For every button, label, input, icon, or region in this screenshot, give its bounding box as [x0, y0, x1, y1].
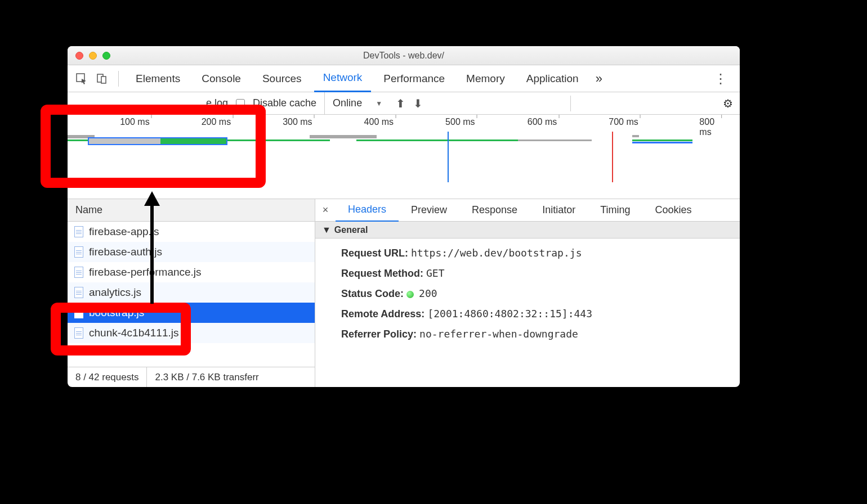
- section-title: General: [334, 225, 368, 235]
- kv-key: Remote Address:: [341, 308, 424, 320]
- kv-value: https://web.dev/bootstrap.js: [411, 247, 582, 259]
- tabs-overflow-button[interactable]: »: [591, 71, 607, 86]
- inspect-icon[interactable]: [73, 70, 90, 87]
- window-title: DevTools - web.dev/: [68, 51, 740, 61]
- tab-network[interactable]: Network: [314, 65, 372, 92]
- annotation-highlight-selected-row: [51, 303, 191, 356]
- tab-performance[interactable]: Performance: [374, 65, 454, 92]
- kv-key: Request URL:: [341, 248, 408, 259]
- tab-elements[interactable]: Elements: [127, 65, 189, 92]
- detail-tab-preview[interactable]: Preview: [399, 199, 459, 222]
- kv-key: Status Code:: [341, 288, 404, 299]
- throttle-select[interactable]: Online ▼: [324, 92, 388, 114]
- tab-memory[interactable]: Memory: [457, 65, 514, 92]
- chevron-down-icon: ▼: [376, 100, 382, 107]
- detail-tab-timing[interactable]: Timing: [588, 199, 642, 222]
- tab-application[interactable]: Application: [517, 65, 588, 92]
- request-row[interactable]: firebase-app.js: [68, 222, 315, 242]
- kv-row: Request URL: https://web.dev/bootstrap.j…: [341, 243, 740, 263]
- kv-value: 200: [419, 287, 437, 299]
- script-file-icon: [74, 246, 83, 258]
- tick: 800 ms: [699, 117, 719, 137]
- annotation-highlight-timeline: [41, 105, 266, 188]
- script-file-icon: [74, 287, 83, 298]
- tick: 300 ms: [283, 117, 312, 127]
- kv-row: Status Code: 200: [341, 284, 740, 304]
- tick: 500 ms: [445, 117, 475, 127]
- gear-icon[interactable]: ⚙: [723, 97, 733, 110]
- general-section-header[interactable]: ▼ General: [315, 222, 740, 238]
- tick: 400 ms: [364, 117, 394, 127]
- load-marker: [612, 132, 613, 182]
- status-bar: 8 / 42 requests 2.3 KB / 7.6 KB transfer…: [68, 367, 315, 387]
- device-toggle-icon[interactable]: [93, 70, 110, 87]
- svg-rect-2: [101, 76, 106, 83]
- request-row[interactable]: analytics.js: [68, 282, 315, 303]
- kv-row: Referrer Policy: no-referrer-when-downgr…: [341, 324, 740, 344]
- script-file-icon: [74, 226, 83, 237]
- status-dot-icon: [406, 291, 414, 298]
- throttle-value: Online: [333, 97, 362, 109]
- transfer-size: 2.3 KB / 7.6 KB transferr: [147, 367, 266, 387]
- request-count: 8 / 42 requests: [68, 367, 147, 387]
- separator: [118, 71, 119, 87]
- svg-marker-4: [144, 191, 160, 206]
- separator: [570, 96, 571, 111]
- kv-row: Remote Address: [2001:4860:4802:32::15]:…: [341, 304, 740, 324]
- request-row[interactable]: firebase-auth.js: [68, 242, 315, 262]
- detail-tab-initiator[interactable]: Initiator: [530, 199, 588, 222]
- tick: 700 ms: [609, 117, 638, 127]
- disclosure-triangle-icon: ▼: [322, 225, 331, 235]
- request-name: analytics.js: [89, 286, 141, 299]
- general-section-body: Request URL: https://web.dev/bootstrap.j…: [315, 238, 740, 349]
- upload-har-icon[interactable]: ⬆: [396, 97, 405, 110]
- kv-value: [2001:4860:4802:32::15]:443: [427, 308, 592, 320]
- column-header-name[interactable]: Name: [68, 199, 315, 222]
- detail-tabs: × Headers Preview Response Initiator Tim…: [315, 199, 740, 222]
- kv-key: Request Method:: [341, 268, 423, 279]
- kv-value: no-referrer-when-downgrade: [419, 328, 578, 340]
- panel-tabs: Elements Console Sources Network Perform…: [68, 65, 740, 92]
- annotation-arrow: [141, 191, 175, 309]
- close-detail-button[interactable]: ×: [315, 204, 336, 216]
- request-list-pane: Name firebase-app.js firebase-auth.js fi…: [68, 199, 315, 387]
- tab-console[interactable]: Console: [193, 65, 250, 92]
- kv-value: GET: [426, 267, 445, 279]
- tab-sources[interactable]: Sources: [253, 65, 311, 92]
- request-row[interactable]: firebase-performance.js: [68, 262, 315, 282]
- domcontentloaded-marker: [448, 132, 449, 182]
- settings-menu-button[interactable]: ⋮: [707, 71, 734, 87]
- request-detail-pane: × Headers Preview Response Initiator Tim…: [315, 199, 740, 387]
- titlebar: DevTools - web.dev/: [68, 46, 740, 65]
- detail-tab-response[interactable]: Response: [459, 199, 530, 222]
- tick: 600 ms: [528, 117, 557, 127]
- kv-row: Request Method: GET: [341, 263, 740, 284]
- detail-tab-headers[interactable]: Headers: [336, 199, 399, 222]
- kv-key: Referrer Policy:: [341, 328, 417, 340]
- detail-tab-cookies[interactable]: Cookies: [643, 199, 704, 222]
- download-har-icon[interactable]: ⬇: [413, 97, 423, 110]
- script-file-icon: [74, 267, 83, 278]
